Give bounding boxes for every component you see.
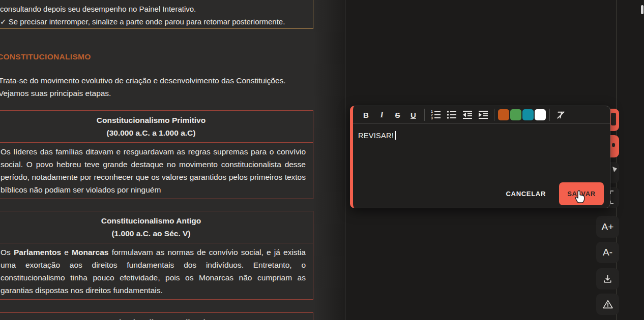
fullscreen-icon (610, 201, 613, 204)
bold-term: Parlamentos (14, 248, 61, 257)
toolbar-separator (494, 109, 494, 121)
card-subtitle: (30.000 a.C. a 1.000 a.C) (0, 126, 313, 139)
card-constitucionalismo-primitivo: Constitucionalismo Primitivo (30.000 a.C… (0, 110, 313, 199)
card-subtitle: (1.000 a.C. ao Séc. V) (0, 227, 313, 240)
color-swatch-green[interactable] (510, 109, 521, 120)
font-decrease-button[interactable]: A- (596, 242, 619, 263)
note-editor-footer: CANCELAR SALVAR (353, 176, 610, 207)
ordered-list-button[interactable]: 123 (428, 108, 444, 121)
fullscreen-icon (610, 190, 613, 194)
intro-line-2: Vejamos suas principais etapas. (0, 87, 286, 100)
note-editor-popup: B I S U 123 (350, 106, 610, 208)
tip-box: consultando depois seu desempenho no Pai… (0, 0, 313, 29)
unordered-list-icon (446, 109, 458, 121)
download-icon (602, 273, 613, 285)
bold-button[interactable]: B (358, 108, 374, 121)
pen-icon (612, 167, 617, 172)
warning-icon (602, 298, 614, 310)
cancel-button[interactable]: CANCELAR (506, 190, 546, 198)
card-header: Constitucionalismo Primitivo (30.000 a.C… (0, 111, 313, 143)
clear-formatting-button[interactable] (553, 108, 569, 121)
card-header: Constitucionalismo Medieval (0, 313, 313, 320)
card-constitucionalismo-antigo: Constitucionalismo Antigo (1.000 a.C. ao… (0, 211, 313, 300)
text-caret (395, 131, 396, 140)
tip-line-1: consultando depois seu desempenho no Pai… (0, 3, 313, 15)
scrollbar-thumb[interactable] (641, 5, 643, 14)
tip-line-2: ✓ Se precisar interromper, sinalize a pa… (0, 15, 313, 28)
toolbar-separator (424, 109, 425, 121)
card-body: Os líderes das famílias ditavam e resgua… (0, 143, 313, 199)
card-body: Os Parlamentos e Monarcas formulavam as … (0, 243, 313, 299)
svg-text:3: 3 (431, 116, 433, 120)
unordered-list-button[interactable] (444, 108, 459, 121)
panel-divider (345, 0, 345, 320)
font-increase-label: A+ (602, 221, 614, 233)
download-button[interactable] (596, 268, 619, 290)
toolbar-separator (549, 109, 550, 121)
font-decrease-label: A- (603, 247, 612, 258)
note-text-input[interactable]: REVISAR! (353, 124, 610, 176)
note-editor-toolbar: B I S U 123 (353, 106, 610, 124)
indent-icon (477, 109, 489, 121)
panel-edge-shadow (314, 0, 345, 320)
bold-term: Monarcas (72, 248, 108, 257)
indent-button[interactable] (475, 108, 491, 121)
intro-paragraph: Trata-se do movimento evolutivo de criaç… (0, 74, 286, 100)
highlighter-icon (611, 113, 616, 125)
document-panel[interactable]: consultando depois seu desempenho no Pai… (0, 0, 345, 320)
hand-cursor (573, 188, 589, 204)
body-text: e (61, 248, 72, 257)
outdent-button[interactable] (459, 108, 475, 121)
strikethrough-button[interactable]: S (390, 108, 405, 121)
font-increase-button[interactable]: A+ (596, 216, 619, 238)
color-swatch-teal[interactable] (522, 109, 534, 120)
ordered-list-icon: 123 (430, 109, 442, 121)
app-window: consultando depois seu desempenho no Pai… (0, 0, 644, 320)
card-title: Constitucionalismo Medieval (0, 316, 313, 320)
color-swatch-orange[interactable] (498, 109, 509, 120)
section-heading: CONSTITUCIONALISMO (0, 52, 91, 61)
note-text-value: REVISAR! (358, 132, 394, 140)
card-header: Constitucionalismo Antigo (1.000 a.C. ao… (0, 211, 313, 243)
intro-line-1: Trata-se do movimento evolutivo de criaç… (0, 74, 286, 87)
comment-icon (612, 143, 615, 147)
card-title: Constitucionalismo Primitivo (0, 114, 313, 126)
clear-formatting-icon (555, 109, 567, 121)
card-constitucionalismo-medieval: Constitucionalismo Medieval (0, 312, 313, 320)
outdent-icon (461, 109, 474, 121)
italic-button[interactable]: I (374, 108, 390, 121)
color-swatch-white[interactable] (535, 109, 546, 120)
body-text: Os (1, 248, 14, 257)
card-title: Constitucionalismo Antigo (0, 214, 313, 227)
report-error-button[interactable] (596, 294, 619, 315)
underline-button[interactable]: U (405, 108, 421, 121)
